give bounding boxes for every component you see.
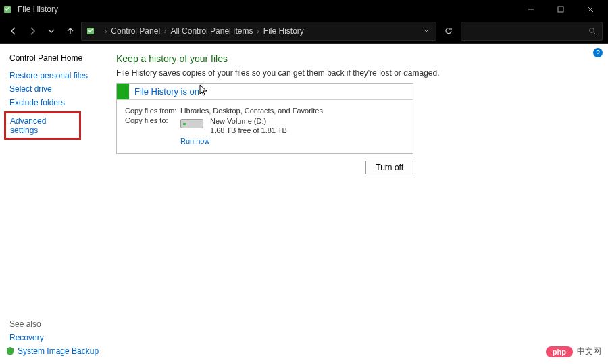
location-icon	[86, 26, 97, 36]
breadcrumb-all-items[interactable]: All Control Panel Items	[170, 26, 253, 36]
search-input[interactable]	[461, 22, 603, 41]
svg-line-7	[594, 32, 596, 34]
address-dropdown[interactable]	[421, 28, 432, 34]
titlebar: File History	[0, 0, 608, 19]
close-button[interactable]	[576, 0, 605, 19]
main-panel: ? Keep a history of your files File Hist…	[108, 44, 608, 364]
drive-name: New Volume (D:)	[210, 116, 287, 126]
arrow-up-icon	[66, 26, 75, 36]
page-heading: Keep a history of your files	[116, 53, 594, 64]
see-also-heading: See also	[9, 319, 100, 329]
sidebar-restore-personal-files[interactable]: Restore personal files	[9, 71, 100, 80]
address-bar[interactable]: › Control Panel › All Control Panel Item…	[81, 22, 436, 41]
status-indicator-icon	[117, 84, 129, 99]
sidebar-system-image-backup[interactable]: System Image Backup	[5, 346, 100, 356]
refresh-icon	[444, 26, 453, 36]
run-now-link[interactable]: Run now	[180, 137, 209, 145]
search-icon	[588, 27, 597, 35]
drive-space: 1.68 TB free of 1.81 TB	[210, 126, 287, 135]
sidebar-advanced-settings[interactable]: Advanced settings	[4, 111, 81, 140]
refresh-button[interactable]	[439, 22, 458, 41]
turn-off-button[interactable]: Turn off	[365, 161, 413, 174]
copy-from-label: Copy files from:	[125, 107, 178, 115]
back-button[interactable]	[5, 23, 22, 39]
arrow-right-icon	[28, 26, 37, 36]
sidebar-exclude-folders[interactable]: Exclude folders	[9, 98, 100, 107]
watermark-text: 中文网	[577, 346, 601, 357]
minimize-button[interactable]	[516, 0, 546, 19]
sidebar-system-image-backup-label: System Image Backup	[18, 346, 99, 356]
chevron-right-icon: ›	[257, 28, 259, 35]
maximize-icon	[557, 6, 564, 13]
status-text: File History is on	[129, 84, 413, 99]
forward-button[interactable]	[24, 23, 41, 39]
chevron-down-icon	[424, 28, 429, 34]
control-panel-home-link[interactable]: Control Panel Home	[9, 53, 100, 63]
page-subtext: File History saves copies of your files …	[116, 68, 594, 78]
chevron-right-icon: ›	[105, 28, 107, 35]
drive-icon	[180, 119, 203, 131]
sidebar-advanced-settings-label: Advanced settings	[10, 116, 46, 135]
recent-button[interactable]	[43, 23, 59, 39]
file-history-app-icon	[3, 4, 14, 15]
sidebar-select-drive[interactable]: Select drive	[9, 84, 100, 94]
copy-from-value: Libraries, Desktop, Contacts, and Favori…	[180, 107, 405, 115]
window-title: File History	[18, 5, 58, 14]
minimize-icon	[528, 6, 534, 13]
chevron-down-icon	[48, 28, 55, 34]
help-icon: ?	[596, 49, 600, 57]
status-panel: File History is on Copy files from: Libr…	[116, 83, 413, 154]
watermark-pill: php	[546, 346, 573, 357]
breadcrumb-control-panel[interactable]: Control Panel	[111, 26, 160, 36]
chevron-right-icon: ›	[164, 28, 166, 35]
navbar: › Control Panel › All Control Panel Item…	[0, 19, 608, 43]
content-area: Control Panel Home Restore personal file…	[0, 43, 608, 364]
svg-point-6	[590, 28, 594, 33]
copy-to-label: Copy files to:	[125, 116, 178, 136]
maximize-button[interactable]	[546, 0, 576, 19]
shield-icon	[5, 346, 15, 356]
arrow-left-icon	[9, 26, 18, 36]
close-icon	[587, 6, 594, 13]
sidebar: Control Panel Home Restore personal file…	[0, 44, 108, 364]
help-button[interactable]: ?	[593, 48, 603, 57]
sidebar-recovery[interactable]: Recovery	[9, 333, 100, 342]
up-button[interactable]	[62, 23, 78, 39]
svg-rect-2	[558, 7, 563, 12]
watermark: php 中文网	[546, 346, 601, 357]
breadcrumb-file-history[interactable]: File History	[263, 26, 304, 36]
